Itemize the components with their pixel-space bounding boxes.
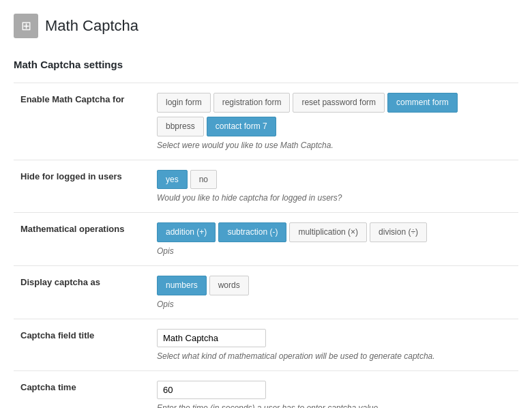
page-wrap: ⊞ Math Captcha Math Captcha settings Ena… [0, 0, 532, 408]
label-display-as: Display captcha as [14, 266, 150, 319]
label-enable-for: Enable Math Captcha for [14, 83, 150, 160]
btn-numbers[interactable]: numbers [157, 276, 207, 295]
hint-hide-logged: Would you like to hide captcha for logge… [157, 193, 512, 203]
btn-reset-password-form[interactable]: reset password form [293, 93, 385, 113]
cell-hide-logged: yes no Would you like to hide captcha fo… [150, 160, 518, 213]
row-hide-logged: Hide for logged in users yes no Would yo… [14, 160, 518, 213]
row-enable-for: Enable Math Captcha for login form regis… [14, 83, 518, 160]
btn-group-row2: bbpress contact form 7 [157, 117, 512, 136]
cell-math-ops: addition (+) subtraction (-) multiplicat… [150, 213, 518, 266]
hint-display-as: Opis [157, 300, 512, 309]
cell-field-title: Select what kind of mathematical operati… [150, 319, 518, 370]
cell-captcha-time: Enter the time (in seconds) a user has t… [150, 370, 518, 408]
captcha-field-title-input[interactable] [157, 329, 266, 347]
label-field-title: Captcha field title [14, 319, 150, 370]
btn-comment-form[interactable]: comment form [387, 93, 458, 113]
btn-multiplication[interactable]: multiplication (×) [289, 222, 367, 242]
btn-subtraction[interactable]: subtraction (-) [218, 222, 286, 242]
label-math-ops: Mathematical operations [14, 213, 150, 266]
row-captcha-time: Captcha time Enter the time (in seconds)… [14, 370, 518, 408]
btn-group-math-ops: addition (+) subtraction (-) multiplicat… [157, 222, 512, 242]
row-display-as: Display captcha as numbers words Opis [14, 266, 518, 319]
btn-group-display-as: numbers words [157, 276, 512, 295]
btn-registration-form[interactable]: registration form [213, 93, 291, 113]
label-hide-logged: Hide for logged in users [14, 160, 150, 213]
btn-addition[interactable]: addition (+) [157, 222, 216, 242]
cell-display-as: numbers words Opis [150, 266, 518, 319]
btn-group-row1: login form registration form reset passw… [157, 93, 512, 113]
cell-enable-for: login form registration form reset passw… [150, 83, 518, 160]
row-field-title: Captcha field title Select what kind of … [14, 319, 518, 370]
row-math-ops: Mathematical operations addition (+) sub… [14, 213, 518, 266]
btn-bbpress[interactable]: bbpress [157, 117, 204, 136]
plugin-icon-symbol: ⊞ [21, 18, 31, 33]
btn-login-form[interactable]: login form [157, 93, 211, 113]
btn-words[interactable]: words [209, 276, 249, 295]
settings-table: Enable Math Captcha for login form regis… [14, 83, 518, 408]
settings-subtitle: Math Captcha settings [14, 59, 518, 70]
hint-field-title: Select what kind of mathematical operati… [157, 351, 512, 361]
btn-no[interactable]: no [190, 170, 217, 190]
btn-group-hide-logged: yes no [157, 170, 512, 190]
hint-math-ops: Opis [157, 246, 512, 256]
hint-captcha-time: Enter the time (in seconds) a user has t… [157, 403, 512, 408]
label-captcha-time: Captcha time [14, 370, 150, 408]
btn-division[interactable]: division (÷) [370, 222, 427, 242]
btn-contact-form-7[interactable]: contact form 7 [207, 117, 276, 136]
hint-enable-for: Select were would you like to use Math C… [157, 141, 512, 150]
btn-yes[interactable]: yes [157, 170, 188, 190]
page-title: Math Captcha [45, 17, 138, 35]
page-header: ⊞ Math Captcha [14, 14, 518, 45]
captcha-time-input[interactable] [157, 381, 266, 399]
plugin-icon: ⊞ [14, 14, 38, 38]
